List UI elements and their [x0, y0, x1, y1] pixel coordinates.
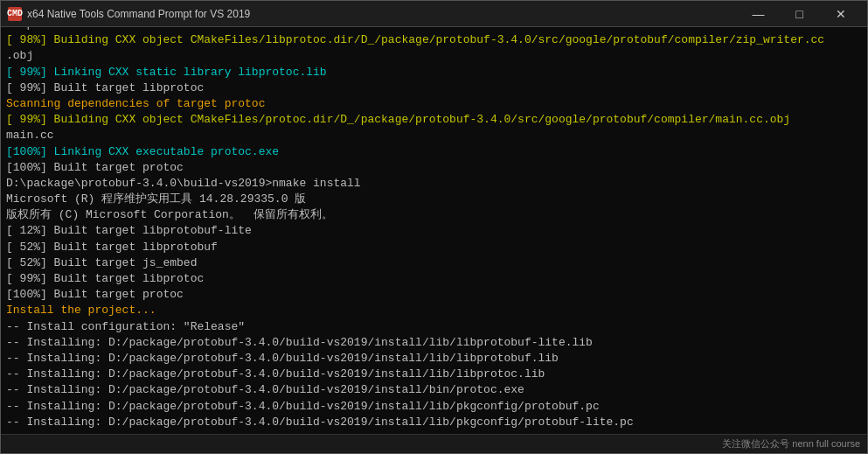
terminal-line: 版权所有 (C) Microsoft Corporation。 保留所有权利。 — [6, 207, 862, 223]
terminal-line: [ 52%] Built target js_embed — [6, 255, 862, 271]
terminal-line: -- Install configuration: "Release" — [6, 319, 862, 335]
terminal-line: [ 99%] Building CXX object CMakeFiles/pr… — [6, 112, 862, 128]
terminal-line: -- Installing: D:/package/protobuf-3.4.0… — [6, 415, 862, 430]
window-controls: — □ ✕ — [739, 1, 860, 27]
terminal-line: -- Installing: D:/package/protobuf-3.4.0… — [6, 367, 862, 382]
bottom-bar: 关注微信公众号 nenn full course — [1, 434, 867, 453]
minimize-button[interactable]: — — [739, 1, 778, 27]
close-button[interactable]: ✕ — [821, 1, 860, 27]
terminal-line: [ 98%] Building CXX object CMakeFiles/li… — [6, 32, 862, 48]
terminal-line: [ 99%] Built target libprotoc — [6, 271, 862, 287]
window-title: x64 Native Tools Command Prompt for VS 2… — [27, 8, 739, 20]
terminal-line: main.cc — [6, 128, 862, 143]
terminal-line: Microsoft (R) 程序维护实用工具 14.28.29335.0 版 — [6, 192, 862, 207]
terminal-line: [ 99%] Built target libprotoc — [6, 80, 862, 96]
terminal-line: -- Installing: D:/package/protobuf-3.4.0… — [6, 382, 862, 398]
app-icon: CMD — [8, 7, 22, 21]
terminal-output: subprocess.cc[ 98%] Building CXX object … — [1, 27, 867, 434]
terminal-line: Scanning dependencies of target protoc — [6, 96, 862, 112]
title-bar: CMD x64 Native Tools Command Prompt for … — [1, 1, 867, 27]
terminal-line: [100%] Built target protoc — [6, 160, 862, 176]
terminal-line: [ 12%] Built target libprotobuf-lite — [6, 223, 862, 239]
terminal-line: [ 99%] Linking CXX static library libpro… — [6, 65, 862, 80]
terminal-line: -- Installing: D:/package/protobuf-3.4.0… — [6, 399, 862, 415]
bottom-bar-text: 关注微信公众号 nenn full course — [722, 437, 860, 451]
terminal-line: [ 52%] Built target libprotobuf — [6, 240, 862, 255]
maximize-button[interactable]: □ — [780, 1, 819, 27]
terminal-line: Install the project... — [6, 303, 862, 318]
terminal-line: D:\package\protobuf-3.4.0\build-vs2019>n… — [6, 176, 862, 192]
terminal-line: -- Installing: D:/package/protobuf-3.4.0… — [6, 351, 862, 367]
terminal-line: [100%] Built target protoc — [6, 287, 862, 303]
window: CMD x64 Native Tools Command Prompt for … — [0, 0, 868, 454]
terminal-line: .obj — [6, 48, 862, 64]
terminal-line: -- Installing: D:/package/protobuf-3.4.0… — [6, 335, 862, 351]
terminal-line: [100%] Linking CXX executable protoc.exe — [6, 144, 862, 160]
